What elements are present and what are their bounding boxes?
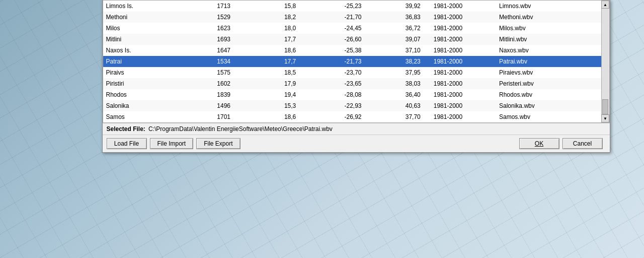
cell-2: 18,5 (240, 67, 306, 78)
cell-6: Naxos.wbv (496, 45, 601, 56)
table-row[interactable]: Limnos Is.171315,8-25,2339,921981-2000Li… (103, 1, 601, 12)
table-row[interactable]: Rhodos183919,4-28,0836,401981-2000Rhodos… (103, 89, 601, 100)
cell-4: 39,92 (372, 1, 431, 12)
cell-5: 1981-2000 (431, 100, 496, 111)
cell-0: Naxos Is. (103, 45, 188, 56)
table-row[interactable]: Piristiri160217,9-23,6538,031981-2000Per… (103, 78, 601, 89)
cell-3: -26,60 (306, 34, 371, 45)
cell-0: Milos (103, 23, 188, 34)
table-row[interactable]: Mitlini169317,7-26,6039,071981-2000Mitli… (103, 34, 601, 45)
table-row[interactable]: Piraivs157518,5-23,7037,951981-2000Pirai… (103, 67, 601, 78)
button-bar: Load File File Import File Export OK Can… (103, 135, 610, 152)
cell-5: 1981-2000 (431, 34, 496, 45)
cell-4: 37,70 (372, 111, 431, 122)
cell-4: 37,95 (372, 67, 431, 78)
cell-4: 38,03 (372, 78, 431, 89)
cell-6: Peristeri.wbv (496, 78, 601, 89)
cell-6: Salonika.wbv (496, 100, 601, 111)
cell-2: 17,7 (240, 34, 306, 45)
table-row[interactable]: Patrai153417,7-21,7338,231981-2000Patrai… (103, 56, 601, 67)
cell-5: 1981-2000 (431, 23, 496, 34)
cell-0: Methoni (103, 12, 188, 23)
cell-2: 18,0 (240, 23, 306, 34)
cell-5: 1981-2000 (431, 78, 496, 89)
cell-3: -25,23 (306, 1, 371, 12)
cell-4: 39,07 (372, 34, 431, 45)
cell-2: 17,7 (240, 56, 306, 67)
cell-5: 1981-2000 (431, 67, 496, 78)
load-file-button[interactable]: Load File (107, 138, 147, 149)
cell-4: 38,23 (372, 56, 431, 67)
cell-0: Rhodos (103, 89, 188, 100)
cell-0: Mitlini (103, 34, 188, 45)
scroll-thumb[interactable] (602, 99, 608, 114)
cell-4: 36,72 (372, 23, 431, 34)
table-row[interactable]: Samos170118,6-26,9237,701981-2000Samos.w… (103, 111, 601, 122)
cell-1: 1575 (188, 67, 240, 78)
scroll-up-button[interactable]: ▲ (601, 1, 609, 9)
cell-1: 1602 (188, 78, 240, 89)
table-row[interactable]: Methoni152918,2-21,7036,831981-2000Metho… (103, 12, 601, 23)
cell-5: 1981-2000 (431, 56, 496, 67)
cell-6: Methoni.wbv (496, 12, 601, 23)
dialog: Limnos Is.171315,8-25,2339,921981-2000Li… (102, 0, 610, 153)
cell-6: Rhodos.wbv (496, 89, 601, 100)
selected-file-label: Selected File: (107, 125, 145, 133)
ok-button[interactable]: OK (519, 138, 559, 149)
cell-0: Salonika (103, 100, 188, 111)
cell-6: Piraievs.wbv (496, 67, 601, 78)
selected-file-bar: Selected File: C:\ProgramData\Valentin E… (103, 123, 610, 135)
file-import-button[interactable]: File Import (150, 138, 194, 149)
ok-label: OK (535, 140, 543, 147)
cell-3: -28,08 (306, 89, 371, 100)
cell-6: Limnos.wbv (496, 1, 601, 12)
cell-5: 1981-2000 (431, 45, 496, 56)
cell-0: Piraivs (103, 67, 188, 78)
cell-2: 15,8 (240, 1, 306, 12)
cell-3: -22,93 (306, 100, 371, 111)
cell-3: -23,65 (306, 78, 371, 89)
cell-3: -24,45 (306, 23, 371, 34)
cell-4: 40,63 (372, 100, 431, 111)
cell-3: -21,73 (306, 56, 371, 67)
cell-3: -21,70 (306, 12, 371, 23)
table-row[interactable]: Naxos Is.164718,6-25,3837,101981-2000Nax… (103, 45, 601, 56)
cell-3: -23,70 (306, 67, 371, 78)
cell-5: 1981-2000 (431, 111, 496, 122)
cell-0: Patrai (103, 56, 188, 67)
cell-1: 1713 (188, 1, 240, 12)
cell-1: 1839 (188, 89, 240, 100)
cancel-button[interactable]: Cancel (562, 138, 603, 149)
table-row[interactable]: Milos162318,0-24,4536,721981-2000Milos.w… (103, 23, 601, 34)
cell-0: Limnos Is. (103, 1, 188, 12)
cell-1: 1701 (188, 111, 240, 122)
cell-2: 18,6 (240, 45, 306, 56)
cell-0: Piristiri (103, 78, 188, 89)
cell-5: 1981-2000 (431, 89, 496, 100)
cell-1: 1496 (188, 100, 240, 111)
cell-6: Milos.wbv (496, 23, 601, 34)
cell-2: 15,3 (240, 100, 306, 111)
cell-1: 1647 (188, 45, 240, 56)
cell-4: 37,10 (372, 45, 431, 56)
data-table: Limnos Is.171315,8-25,2339,921981-2000Li… (103, 1, 601, 122)
file-export-button[interactable]: File Export (196, 138, 240, 149)
cell-2: 18,6 (240, 111, 306, 122)
cell-4: 36,83 (372, 12, 431, 23)
cell-0: Samos (103, 111, 188, 122)
cell-1: 1529 (188, 12, 240, 23)
scrollbar[interactable]: ▲ ▼ (601, 1, 609, 122)
cell-2: 18,2 (240, 12, 306, 23)
cell-6: Patrai.wbv (496, 56, 601, 67)
cell-1: 1693 (188, 34, 240, 45)
table-row[interactable]: Salonika149615,3-22,9340,631981-2000Salo… (103, 100, 601, 111)
selected-file-path: C:\ProgramData\Valentin EnergiieSoftware… (148, 125, 333, 133)
cell-3: -25,38 (306, 45, 371, 56)
cell-6: Samos.wbv (496, 111, 601, 122)
cell-3: -26,92 (306, 111, 371, 122)
dialog-container: Limnos Is.171315,8-25,2339,921981-2000Li… (102, 0, 610, 153)
scroll-down-button[interactable]: ▼ (601, 114, 609, 122)
table-wrapper: Limnos Is.171315,8-25,2339,921981-2000Li… (103, 0, 610, 123)
cell-5: 1981-2000 (431, 1, 496, 12)
cell-5: 1981-2000 (431, 12, 496, 23)
